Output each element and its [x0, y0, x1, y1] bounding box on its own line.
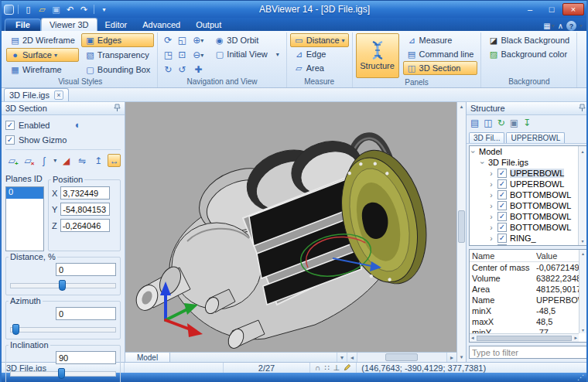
property-row[interactable]: NameUPPERBOWL — [470, 295, 586, 305]
filter-input[interactable] — [469, 346, 587, 359]
3d-section-button[interactable]: ◫3D Section — [403, 61, 478, 75]
plane-axis-icon[interactable]: ʃ — [37, 154, 50, 167]
grid-mode-icon[interactable]: ∷ — [324, 364, 329, 372]
property-row[interactable]: maxX48,5 — [470, 316, 586, 327]
refresh-icon[interactable]: ↻ — [497, 118, 505, 128]
model-sheet-tab[interactable]: Model — [125, 353, 170, 362]
property-row[interactable]: Area48125,9017897 — [470, 284, 586, 295]
part-checkbox[interactable]: ✓ — [497, 190, 507, 200]
azimuth-slider[interactable] — [10, 324, 116, 336]
structure-tab-file[interactable]: 3D Fil... — [469, 132, 504, 143]
properties-hscroll-thumb[interactable] — [477, 336, 573, 341]
properties-vscrollbar[interactable]: ▴▾ — [579, 250, 586, 333]
tree-node-part[interactable]: ›✓RING_ — [470, 244, 578, 245]
zoom-out-icon[interactable]: ⊖▾ — [189, 48, 207, 62]
edge-button[interactable]: ⊿Edge — [290, 47, 330, 61]
3d-orbit-button[interactable]: ◉3D Orbit — [210, 33, 282, 47]
pin-icon[interactable] — [579, 104, 586, 114]
distance-dropdown-icon[interactable]: ▾ — [342, 37, 345, 44]
bounding-box-button[interactable]: ▢Bounding Box — [81, 63, 155, 77]
align-plane-icon[interactable]: ◢ — [60, 154, 73, 167]
property-row[interactable]: minX-48,5 — [470, 305, 586, 316]
plane-axis-dropdown-icon[interactable]: ▾ — [53, 157, 56, 164]
distance-button[interactable]: ▭Distance▾ — [290, 33, 349, 47]
move-view-icon[interactable]: ◳ — [161, 48, 175, 62]
distance-slider[interactable] — [10, 280, 116, 292]
part-checkbox[interactable]: ✓ — [497, 201, 507, 210]
redo-icon[interactable]: ↷ — [78, 4, 90, 15]
horizontal-scrollbar[interactable] — [357, 353, 446, 362]
inclination-slider[interactable] — [10, 368, 116, 380]
part-checkbox[interactable]: ✓ — [497, 169, 507, 178]
azimuth-field[interactable] — [56, 307, 116, 320]
help-dropdown-icon[interactable]: ▾ — [579, 22, 583, 29]
pin-icon[interactable] — [114, 104, 121, 114]
maximize-button[interactable]: □ — [541, 3, 562, 15]
tab-editor[interactable]: Editor — [97, 19, 135, 31]
tree-scroll-down-icon[interactable]: ▾ — [579, 236, 586, 245]
resize-grip[interactable]: ⋰ — [577, 373, 586, 381]
file-menu-button[interactable]: File — [5, 19, 41, 31]
close-document-icon[interactable]: × — [54, 90, 63, 100]
help-icon[interactable]: ? — [566, 21, 576, 31]
edges-button[interactable]: ▣Edges — [81, 33, 155, 47]
distance-slider-thumb[interactable] — [59, 280, 66, 291]
2d-wireframe-button[interactable]: ▤2D Wireframe — [6, 33, 79, 47]
move-plane-icon[interactable]: ↥ — [92, 154, 105, 167]
tree-node-model[interactable]: ›Model — [470, 146, 578, 157]
initial-view-button[interactable]: ▢Initial View▾ — [210, 47, 282, 61]
azimuth-slider-thumb[interactable] — [12, 324, 19, 335]
add-plane-icon[interactable]: ▱+ — [5, 154, 19, 167]
property-row[interactable]: Volume63822,2348948 — [470, 273, 586, 284]
part-checkbox[interactable]: ✓ — [497, 234, 507, 243]
ortho-mode-icon[interactable]: ⊥ — [333, 364, 340, 372]
vscroll-up-icon[interactable]: ▴ — [457, 102, 466, 111]
tree-node-part[interactable]: ›✓BOTTOMBOWL — [470, 189, 578, 200]
save-structure-icon[interactable]: ▣ — [510, 118, 518, 128]
fit-plane-icon[interactable]: ↔ — [108, 154, 121, 167]
app-logo-icon[interactable] — [4, 5, 14, 15]
tab-viewer-3d[interactable]: Viewer 3D — [41, 18, 97, 31]
pan-icon[interactable]: ✚ — [189, 63, 207, 77]
vscroll-down-icon[interactable]: ▾ — [457, 353, 466, 362]
position-z-field[interactable] — [60, 219, 110, 232]
tab-output[interactable]: Output — [188, 19, 229, 31]
inclination-field[interactable] — [56, 351, 116, 364]
position-x-field[interactable] — [60, 186, 110, 200]
show-gizmo-checkbox[interactable]: ✓ — [5, 135, 15, 145]
collapse-ribbon-icon[interactable]: ∧ — [558, 22, 563, 30]
tab-advanced[interactable]: Advanced — [135, 19, 188, 31]
measure-panel-button[interactable]: ⊿Measure — [403, 33, 478, 47]
initial-view-dropdown-icon[interactable]: ▾ — [276, 51, 279, 58]
part-checkbox[interactable]: ✓ — [497, 179, 507, 189]
background-color-button[interactable]: ▨Background color — [484, 47, 571, 61]
snap-mode-icon[interactable]: ∩ — [315, 364, 320, 372]
part-checkbox[interactable]: ✓ — [497, 223, 507, 232]
qat-customize-icon[interactable]: ▾ — [98, 4, 110, 15]
structure-panel-button[interactable]: Structure — [356, 33, 399, 78]
minimize-button[interactable]: – — [519, 3, 541, 15]
tree-node-part[interactable]: ›✓UPPERBOWL — [470, 168, 578, 179]
property-row[interactable]: Center of mass-0,0672149757 — [470, 262, 586, 273]
layout-rows-icon[interactable]: ▤ — [470, 118, 479, 128]
vscroll-thumb[interactable] — [458, 210, 465, 243]
rotate-angle-icon[interactable]: ↻ — [161, 63, 175, 77]
document-tab[interactable]: 3D File.igs × — [4, 88, 69, 101]
tree-node-part[interactable]: ›✓UPPERBOWL — [470, 179, 578, 189]
hscroll-thumb[interactable] — [385, 353, 418, 361]
layout-columns-icon[interactable]: ◫ — [484, 118, 492, 128]
viewport-canvas[interactable] — [125, 102, 456, 352]
zoom-extents-icon[interactable]: ⊡ — [175, 48, 189, 62]
open-file-icon[interactable]: ▱ — [36, 4, 48, 15]
position-y-field[interactable] — [60, 203, 110, 216]
wireframe-button[interactable]: ▦Wireframe — [6, 63, 79, 77]
tree-scroll-up-icon[interactable]: ▴ — [579, 146, 586, 155]
area-button[interactable]: ▱Area — [290, 61, 328, 75]
new-file-icon[interactable]: ▯ — [22, 4, 34, 15]
transparency-button[interactable]: ▧Transparency — [81, 48, 155, 62]
draw-mode-icon[interactable] — [344, 363, 351, 373]
layout-dropdown-icon[interactable]: ▾ — [337, 353, 347, 362]
zoom-previous-icon[interactable]: ↺ — [175, 63, 189, 77]
enabled-checkbox[interactable]: ✓ — [5, 121, 15, 130]
distance-field[interactable] — [56, 263, 116, 276]
